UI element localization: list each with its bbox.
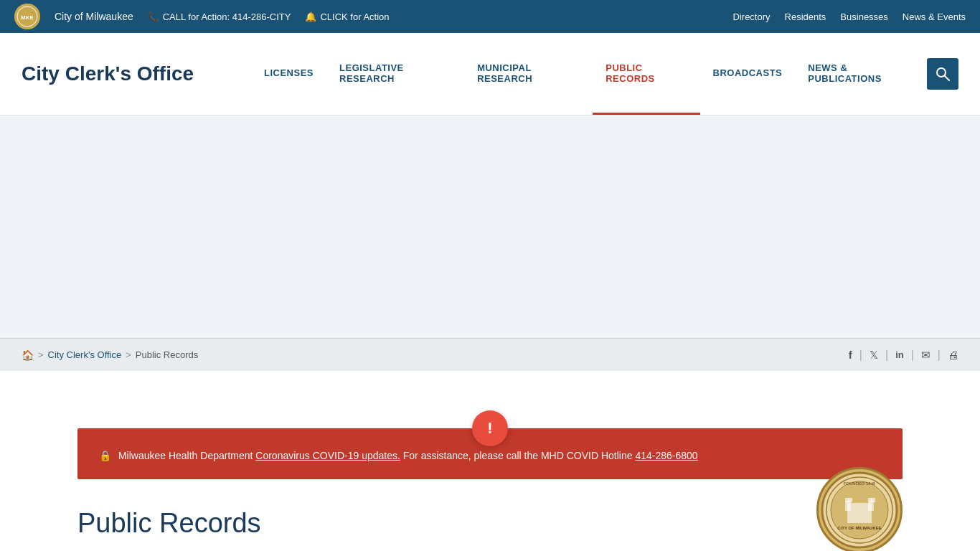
divider1: | xyxy=(859,349,862,362)
directory-link[interactable]: Directory xyxy=(733,11,771,22)
svg-rect-9 xyxy=(845,501,851,511)
top-bar-left: MKE City of Milwaukee 📞 CALL for Action:… xyxy=(14,4,733,29)
alert-lock-icon: 🔒 xyxy=(99,450,111,461)
svg-rect-14 xyxy=(871,498,875,502)
page-content: Public Records CITY OF MILWAUKEE xyxy=(0,479,980,551)
twitter-icon[interactable]: 𝕏 xyxy=(870,349,878,362)
alert-phone-link[interactable]: 414-286-6800 xyxy=(635,450,697,461)
print-icon[interactable]: 🖨 xyxy=(948,349,958,361)
seal-container: CITY OF MILWAUKEE FOUNDED 1846 xyxy=(816,467,903,551)
top-bar-right: Directory Residents Businesses News & Ev… xyxy=(733,11,966,22)
alert-circle-wrap: ! xyxy=(0,392,980,428)
svg-text:FOUNDED 1846: FOUNDED 1846 xyxy=(844,481,876,486)
call-action[interactable]: 📞 CALL for Action: 414-286-CITY xyxy=(148,11,291,22)
news-events-link[interactable]: News & Events xyxy=(903,11,966,22)
banner-area xyxy=(0,116,980,338)
divider3: | xyxy=(911,349,914,362)
svg-rect-10 xyxy=(868,501,874,511)
search-button[interactable] xyxy=(927,58,958,90)
svg-text:CITY OF MILWAUKEE: CITY OF MILWAUKEE xyxy=(837,526,882,530)
social-icons: f | 𝕏 | in | ✉ | 🖨 xyxy=(849,349,958,362)
city-name-label: City of Milwaukee xyxy=(55,11,133,22)
bell-icon: 🔔 xyxy=(305,11,316,22)
page-title: Public Records xyxy=(77,508,261,539)
nav-news-publications[interactable]: NEWS & PUBLICATIONS xyxy=(795,33,927,115)
home-icon[interactable]: 🏠 xyxy=(22,349,34,361)
email-icon[interactable]: ✉ xyxy=(921,349,930,362)
nav-licenses[interactable]: LICENSES xyxy=(251,33,326,115)
linkedin-icon[interactable]: in xyxy=(895,349,904,360)
breadcrumb-bar: 🏠 > City Clerk's Office > Public Records… xyxy=(0,338,980,371)
call-action-label: CALL for Action: 414-286-CITY xyxy=(163,11,291,22)
nav-broadcasts[interactable]: BROADCASTS xyxy=(700,33,796,115)
divider2: | xyxy=(885,349,888,362)
businesses-link[interactable]: Businesses xyxy=(840,11,887,22)
svg-point-3 xyxy=(937,68,946,77)
alert-covid-link[interactable]: Coronavirus COVID-19 updates. xyxy=(255,450,400,461)
facebook-icon[interactable]: f xyxy=(849,349,852,361)
site-title[interactable]: City Clerk's Office xyxy=(22,62,222,86)
breadcrumb: 🏠 > City Clerk's Office > Public Records xyxy=(22,349,198,361)
alert-text-after: For assistance, please call the MHD COVI… xyxy=(403,450,636,461)
nav-public-records[interactable]: PUBLIC RECORDS xyxy=(593,33,699,115)
breadcrumb-sep2: > xyxy=(126,349,131,360)
click-action-label: CLICK for Action xyxy=(320,11,389,22)
svg-text:MKE: MKE xyxy=(21,14,34,21)
content-row: Public Records CITY OF MILWAUKEE xyxy=(77,508,903,539)
top-bar: MKE City of Milwaukee 📞 CALL for Action:… xyxy=(0,0,980,33)
svg-line-4 xyxy=(945,76,949,80)
svg-rect-8 xyxy=(847,503,872,523)
nav-legislative-research[interactable]: LEGISLATIVE RESEARCH xyxy=(326,33,464,115)
exclamation-icon: ! xyxy=(487,419,492,438)
milwaukee-seal: CITY OF MILWAUKEE FOUNDED 1846 xyxy=(816,467,903,551)
alert-circle: ! xyxy=(472,410,508,446)
breadcrumb-city-clerk[interactable]: City Clerk's Office xyxy=(48,349,122,360)
residents-link[interactable]: Residents xyxy=(785,11,826,22)
alert-text-before: Milwaukee Health Department xyxy=(118,450,255,461)
nav-municipal-research[interactable]: MUNICIPAL RESEARCH xyxy=(464,33,593,115)
divider4: | xyxy=(938,349,941,362)
phone-icon: 📞 xyxy=(148,11,159,22)
city-logo: MKE xyxy=(14,4,40,29)
header: City Clerk's Office LICENSES LEGISLATIVE… xyxy=(0,33,980,116)
click-action[interactable]: 🔔 CLICK for Action xyxy=(305,11,389,22)
breadcrumb-current: Public Records xyxy=(136,349,198,360)
svg-rect-12 xyxy=(848,498,852,502)
main-nav: LICENSES LEGISLATIVE RESEARCH MUNICIPAL … xyxy=(251,33,927,115)
breadcrumb-sep1: > xyxy=(38,349,44,360)
